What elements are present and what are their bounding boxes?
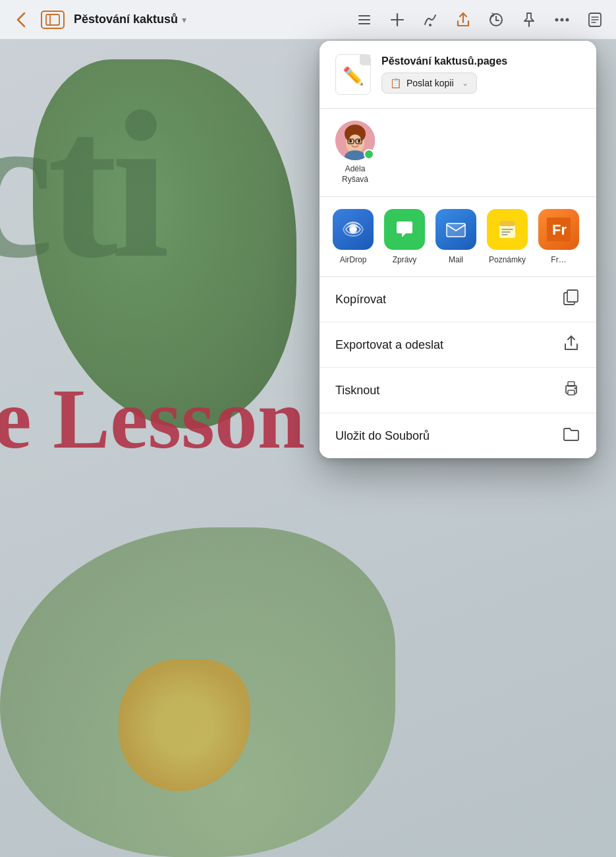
- more-app-icon: Fr: [538, 209, 579, 250]
- add-button[interactable]: [387, 9, 408, 30]
- file-icon: ✏️: [335, 54, 371, 95]
- document-summary-button[interactable]: [584, 9, 605, 30]
- svg-text:Fr: Fr: [552, 222, 567, 238]
- file-info: Pěstování kaktusů.pages 📋 Poslat kopii ⌄: [381, 55, 580, 94]
- svg-point-7: [429, 24, 432, 26]
- svg-point-24: [349, 140, 352, 143]
- app-mail[interactable]: Mail: [435, 209, 476, 264]
- airdrop-icon: [333, 209, 374, 250]
- messages-icon: [384, 209, 425, 250]
- export-label: Exportovat a odeslat: [335, 338, 443, 352]
- svg-point-10: [555, 18, 559, 21]
- file-action-button[interactable]: 📋 Poslat kopii ⌄: [381, 73, 477, 94]
- file-action-label: Poslat kopii: [406, 78, 454, 88]
- person-name-adela: AdélaRyšavá: [342, 164, 368, 185]
- airdrop-label: AirDrop: [340, 255, 367, 264]
- list-button[interactable]: [354, 9, 375, 30]
- app-more[interactable]: Fr Fr…: [538, 209, 579, 264]
- svg-rect-39: [567, 290, 578, 302]
- copy-action[interactable]: Kopírovat: [320, 277, 596, 322]
- share-sheet: ✏️ Pěstování kaktusů.pages 📋 Poslat kopi…: [320, 41, 596, 458]
- share-button[interactable]: [453, 9, 474, 30]
- nav-right-group: [354, 9, 605, 30]
- share-apps-row: AirDrop Zprávy Mail: [320, 197, 596, 277]
- print-label: Tisknout: [335, 384, 379, 398]
- file-name: Pěstování kaktusů.pages: [381, 55, 580, 67]
- nav-left-group: Pěstování kaktusů ▾: [11, 9, 186, 30]
- scribble-button[interactable]: [420, 9, 441, 30]
- messages-label: Zprávy: [393, 255, 417, 264]
- title-chevron-icon: ▾: [182, 15, 186, 25]
- navigation-bar: Pěstování kaktusů ▾: [0, 0, 616, 40]
- svg-rect-32: [499, 221, 515, 226]
- svg-rect-41: [568, 390, 574, 395]
- save-files-label: Uložit do Souborů: [335, 429, 430, 443]
- document-title-area[interactable]: Pěstování kaktusů ▾: [74, 13, 186, 26]
- more-app-label: Fr…: [551, 255, 566, 264]
- folder-icon: [562, 425, 580, 447]
- file-copy-icon: 📋: [390, 78, 401, 88]
- export-action[interactable]: Exportovat a odeslat: [320, 322, 596, 368]
- document-title: Pěstování kaktusů: [74, 13, 178, 26]
- history-button[interactable]: [486, 9, 507, 30]
- copy-label: Kopírovat: [335, 293, 386, 307]
- person-avatar-adela: [335, 121, 375, 160]
- more-button[interactable]: [551, 9, 573, 30]
- pin-button[interactable]: [518, 9, 540, 30]
- avatar-online-indicator: [364, 149, 374, 160]
- app-notes[interactable]: Poznámky: [487, 209, 528, 264]
- svg-point-12: [566, 18, 569, 21]
- mail-label: Mail: [449, 255, 463, 264]
- print-action[interactable]: Tisknout: [320, 368, 596, 413]
- svg-rect-0: [46, 15, 59, 25]
- svg-point-11: [561, 18, 564, 21]
- copy-icon: [562, 288, 580, 310]
- share-actions: Kopírovat Exportovat a odeslat Tisknout: [320, 277, 596, 458]
- sidebar-toggle-button[interactable]: [41, 11, 65, 29]
- file-action-chevron-icon: ⌄: [462, 78, 468, 88]
- save-files-action[interactable]: Uložit do Souborů: [320, 413, 596, 458]
- notes-icon: [487, 209, 528, 250]
- file-pen-icon: ✏️: [343, 66, 364, 86]
- print-icon: [562, 379, 580, 401]
- share-file-header: ✏️ Pěstování kaktusů.pages 📋 Poslat kopi…: [320, 41, 596, 109]
- app-airdrop[interactable]: AirDrop: [333, 209, 374, 264]
- svg-point-43: [574, 388, 576, 390]
- svg-point-25: [358, 140, 360, 143]
- export-icon: [562, 334, 580, 356]
- share-people-row: AdélaRyšavá: [320, 109, 596, 197]
- app-messages[interactable]: Zprávy: [384, 209, 425, 264]
- notes-label: Poznámky: [489, 255, 526, 264]
- person-adela[interactable]: AdélaRyšavá: [335, 121, 375, 185]
- back-button[interactable]: [11, 9, 32, 30]
- mail-icon: [435, 209, 476, 250]
